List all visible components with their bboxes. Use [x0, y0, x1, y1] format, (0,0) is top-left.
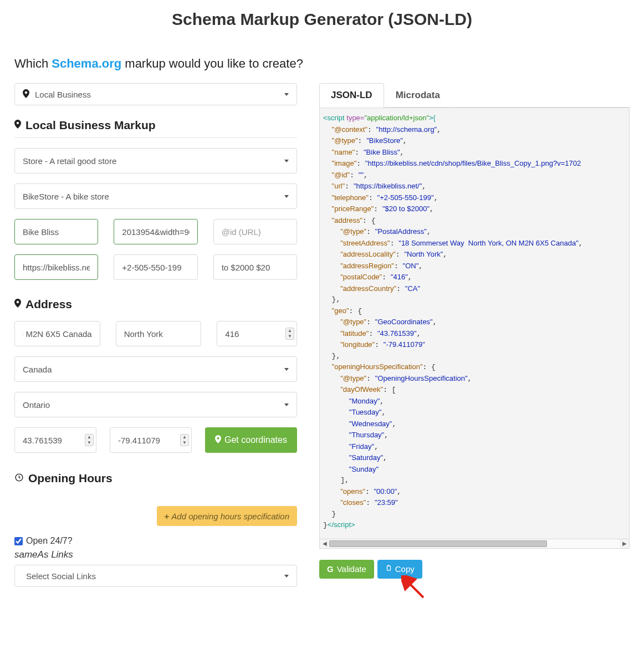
get-coordinates-button[interactable]: Get coordinates [205, 427, 297, 453]
chevron-down-icon [284, 195, 289, 198]
schema-type-select[interactable]: Local Business [14, 83, 297, 105]
store-type-select[interactable]: Store - A retail good store [14, 148, 297, 173]
section-address-heading: Address [25, 298, 72, 311]
street-field[interactable] [14, 321, 100, 346]
latitude-field[interactable]: ▲▼ [14, 427, 96, 453]
page-title: Schema Markup Generator (JSON-LD) [14, 10, 630, 29]
map-pin-icon [23, 89, 29, 100]
scroll-thumb[interactable] [329, 540, 547, 547]
plus-icon: + [165, 512, 170, 521]
chevron-down-icon [284, 403, 289, 406]
svg-rect-1 [387, 566, 390, 570]
add-opening-hours-button[interactable]: + Add opening hours specification [157, 506, 297, 526]
annotation-arrow [319, 579, 630, 601]
social-links-select[interactable]: Select Social Links [14, 565, 297, 587]
chevron-down-icon [284, 93, 289, 96]
tab-microdata[interactable]: Microdata [384, 83, 452, 108]
longitude-field[interactable]: ▲▼ [110, 427, 192, 453]
chevron-down-icon [284, 368, 289, 371]
clock-icon [14, 473, 24, 484]
code-output[interactable]: <script type="application/ld+json">{ "@c… [319, 108, 630, 539]
prompt-line: Which Schema.org markup would you like t… [14, 57, 630, 71]
city-field[interactable] [116, 321, 202, 346]
price-field[interactable] [213, 254, 297, 280]
postal-field[interactable]: ▲▼ [217, 321, 297, 346]
clipboard-icon [385, 564, 392, 574]
id-field[interactable] [213, 219, 297, 244]
map-pin-icon [14, 299, 21, 310]
horizontal-scrollbar[interactable]: ◀ ▶ [319, 539, 630, 549]
sameas-label: sameAs Links [14, 549, 297, 560]
scroll-left-icon[interactable]: ◀ [320, 540, 329, 546]
country-select[interactable]: Canada [14, 356, 297, 382]
image-field[interactable] [114, 219, 197, 244]
chevron-down-icon [284, 575, 289, 578]
tab-jsonld[interactable]: JSON-LD [319, 83, 384, 108]
bike-store-select[interactable]: BikeStore - A bike store [14, 183, 297, 209]
map-pin-icon [215, 435, 221, 446]
region-select[interactable]: Ontario [14, 392, 297, 417]
chevron-down-icon [284, 160, 289, 162]
validate-button[interactable]: G Validate [319, 560, 374, 579]
open-247-checkbox[interactable] [14, 537, 23, 545]
map-pin-icon [14, 120, 21, 131]
svg-line-2 [408, 582, 423, 597]
google-g-icon: G [327, 564, 334, 574]
schema-org-link[interactable]: Schema.org [52, 57, 121, 70]
number-stepper[interactable]: ▲▼ [285, 328, 294, 340]
number-stepper[interactable]: ▲▼ [180, 434, 189, 446]
section-business-heading: Local Business Markup [25, 119, 156, 132]
name-field[interactable] [14, 219, 98, 244]
phone-field[interactable] [114, 254, 197, 280]
open-247-checkbox-label[interactable]: Open 24/7? [14, 536, 297, 546]
number-stepper[interactable]: ▲▼ [85, 434, 94, 446]
section-hours-heading: Opening Hours [28, 472, 113, 485]
scroll-right-icon[interactable]: ▶ [620, 540, 629, 546]
url-field[interactable] [14, 254, 98, 280]
